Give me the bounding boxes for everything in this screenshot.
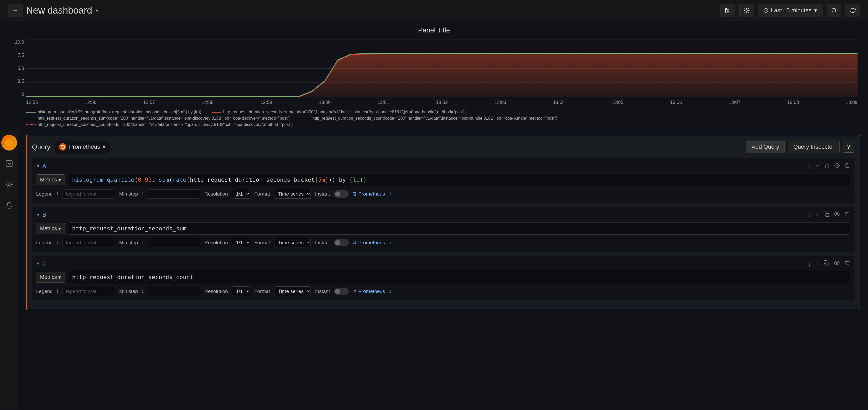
duplicate-c[interactable] xyxy=(824,260,829,267)
move-up-a[interactable]: ↑ xyxy=(816,163,819,170)
query-row-b-label[interactable]: ▼ B xyxy=(36,211,46,218)
query-id-b: B xyxy=(42,211,46,218)
refresh-button[interactable] xyxy=(845,4,860,17)
hide-c[interactable] xyxy=(834,260,840,267)
dashboard-settings-button[interactable] xyxy=(739,4,754,17)
chart-svg xyxy=(26,39,858,97)
min-step-input-b[interactable] xyxy=(148,238,200,247)
move-down-b[interactable]: ↓ xyxy=(808,211,811,218)
ds-info-b[interactable]: ℹ xyxy=(389,240,391,245)
legend-text-2: http_request_duration_seconds_sum{code="… xyxy=(38,116,290,121)
delete-b[interactable] xyxy=(844,211,850,218)
legend-input-a[interactable] xyxy=(63,189,115,199)
query-expr-c[interactable]: http_request_duration_seconds_count xyxy=(68,271,850,283)
min-step-info-a[interactable]: ℹ xyxy=(142,191,144,197)
ds-link-text-c: Prometheus xyxy=(358,289,385,294)
query-inspector-button[interactable]: Query Inspector xyxy=(788,141,840,153)
xaxis-label-1: 12:56 xyxy=(85,100,96,105)
format-select-c[interactable]: Time series xyxy=(274,286,311,296)
instant-toggle-b[interactable] xyxy=(334,239,349,246)
legend-text-3: http_request_duration_seconds_count{code… xyxy=(312,116,557,121)
duplicate-b[interactable] xyxy=(824,211,829,218)
svg-point-6 xyxy=(8,184,10,186)
sidebar-item-chart[interactable] xyxy=(1,156,17,172)
svg-rect-12 xyxy=(826,262,829,265)
ds-info-c[interactable]: ℹ xyxy=(389,289,391,294)
format-select-a[interactable]: Time series Table Heatmap xyxy=(274,189,311,199)
chart-xaxis: 12:55 12:56 12:57 12:58 12:59 13:00 13:0… xyxy=(26,97,858,108)
metrics-button-c[interactable]: Metrics ▾ xyxy=(36,272,65,283)
sidebar-item-alerts[interactable] xyxy=(1,198,17,213)
query-row-b-actions: ↓ ↑ xyxy=(808,211,850,218)
query-c-input-row: Metrics ▾ http_request_duration_seconds_… xyxy=(36,271,850,283)
legend-input-c[interactable] xyxy=(63,287,115,296)
instant-label-b: Instant xyxy=(315,240,330,245)
query-expr-a[interactable]: histogram_quantile(0.95, sum(rate(http_r… xyxy=(68,174,850,186)
back-button[interactable]: ← xyxy=(8,4,23,17)
min-step-input-a[interactable] xyxy=(148,189,200,199)
datasource-icon xyxy=(59,143,66,150)
datasource-selector[interactable]: Prometheus ▾ xyxy=(55,141,110,153)
metrics-button-a[interactable]: Metrics ▾ xyxy=(36,174,65,185)
legend-label-a: Legend xyxy=(36,191,53,197)
resolution-select-b[interactable]: 1/1 xyxy=(232,238,250,247)
legend-color-4 xyxy=(26,124,36,125)
time-range-picker[interactable]: Last 15 minutes ▾ xyxy=(758,4,823,17)
datasource-link-b[interactable]: ⧉ Prometheus xyxy=(353,240,385,245)
query-row-a-label[interactable]: ▼ A xyxy=(36,163,46,170)
move-up-c[interactable]: ↑ xyxy=(816,260,819,267)
ds-info-a[interactable]: ℹ xyxy=(389,191,391,197)
query-expr-b[interactable]: http_request_duration_seconds_sum xyxy=(68,222,850,235)
hide-b[interactable] xyxy=(834,211,840,218)
datasource-link-c[interactable]: ⧉ Prometheus xyxy=(353,289,385,294)
format-label-c: Format xyxy=(254,289,270,294)
title-dropdown-arrow[interactable]: ▾ xyxy=(96,7,98,13)
query-panel-header-left: Query Prometheus ▾ xyxy=(32,141,110,153)
query-row-b-body: Metrics ▾ http_request_duration_seconds_… xyxy=(36,222,850,247)
topbar-left: ← New dashboard ▾ xyxy=(8,4,98,17)
query-row-c: ▼ C ↓ ↑ xyxy=(32,256,855,300)
min-step-info-b[interactable]: ℹ xyxy=(142,240,144,245)
xaxis-label-12: 13:07 xyxy=(728,100,740,105)
resolution-label-b: Resolution xyxy=(204,240,228,245)
legend-color-1 xyxy=(212,112,221,113)
xaxis-label-13: 13:08 xyxy=(787,100,799,105)
metrics-arrow-b: ▾ xyxy=(58,226,61,232)
xaxis-label-4: 12:59 xyxy=(260,100,272,105)
resolution-select-c[interactable]: 1/1 xyxy=(232,286,250,296)
query-row-c-label[interactable]: ▼ C xyxy=(36,260,46,267)
move-down-c[interactable]: ↓ xyxy=(808,260,811,267)
min-step-label-c: Min step xyxy=(119,289,138,294)
metrics-button-b[interactable]: Metrics ▾ xyxy=(36,223,65,234)
legend-color-3 xyxy=(301,118,310,119)
instant-toggle-a[interactable] xyxy=(334,191,349,198)
collapse-arrow-b: ▼ xyxy=(36,213,40,217)
search-button[interactable] xyxy=(827,4,841,17)
min-step-info-c[interactable]: ℹ xyxy=(142,289,144,294)
help-button[interactable]: ? xyxy=(843,141,855,153)
delete-c[interactable] xyxy=(844,260,850,267)
legend-item-2: http_request_duration_seconds_sum{code="… xyxy=(26,116,290,121)
format-select-b[interactable]: Time series xyxy=(274,238,311,247)
duplicate-a[interactable] xyxy=(824,163,829,170)
resolution-label-a: Resolution xyxy=(204,191,228,197)
svg-point-7 xyxy=(61,146,64,147)
legend-info-c[interactable]: ℹ xyxy=(57,289,58,294)
sidebar-item-grafana[interactable]: 🔶 xyxy=(1,135,17,150)
add-query-button[interactable]: Add Query xyxy=(746,141,784,153)
sidebar-item-settings[interactable] xyxy=(1,177,17,193)
move-down-a[interactable]: ↓ xyxy=(808,163,811,170)
legend-info-b[interactable]: ℹ xyxy=(57,240,58,245)
legend-input-b[interactable] xyxy=(63,238,115,247)
instant-toggle-c[interactable] xyxy=(334,288,349,295)
move-up-b[interactable]: ↑ xyxy=(816,211,819,218)
min-step-input-c[interactable] xyxy=(148,287,200,296)
hide-a[interactable] xyxy=(834,163,840,170)
resolution-select-a[interactable]: 1/1 1/2 1/3 xyxy=(232,189,250,199)
datasource-link-a[interactable]: ⧉ Prometheus xyxy=(353,191,385,197)
legend-info-a[interactable]: ℹ xyxy=(57,191,58,197)
save-dashboard-button[interactable] xyxy=(720,4,735,17)
ds-link-icon-a: ⧉ xyxy=(353,191,356,197)
delete-a[interactable] xyxy=(844,163,850,170)
svg-point-13 xyxy=(836,262,838,264)
